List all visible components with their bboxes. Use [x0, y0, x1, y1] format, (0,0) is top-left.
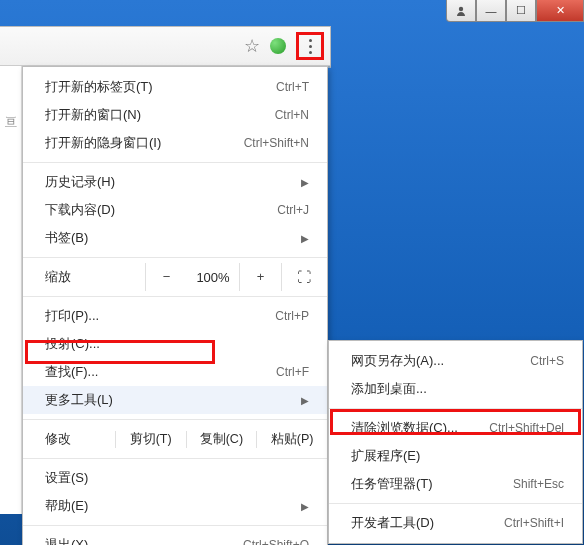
- menu-new-window[interactable]: 打开新的窗口(N) Ctrl+N: [23, 101, 327, 129]
- menu-item-accel: Shift+Esc: [513, 477, 564, 491]
- zoom-in-button[interactable]: +: [239, 263, 281, 291]
- menu-separator: [23, 296, 327, 297]
- toolbar: ☆: [0, 27, 330, 66]
- more-tools-submenu: 网页另存为(A)... Ctrl+S 添加到桌面... 清除浏览数据(C)...…: [328, 340, 583, 544]
- menu-settings[interactable]: 设置(S): [23, 464, 327, 492]
- menu-item-label: 设置(S): [45, 469, 309, 487]
- menu-item-label: 网页另存为(A)...: [351, 352, 530, 370]
- menu-more-tools[interactable]: 更多工具(L) ▶: [23, 386, 327, 414]
- submenu-dev-tools[interactable]: 开发者工具(D) Ctrl+Shift+I: [329, 509, 582, 537]
- main-menu: 打开新的标签页(T) Ctrl+T 打开新的窗口(N) Ctrl+N 打开新的隐…: [22, 66, 328, 545]
- left-strip: 亘: [0, 66, 22, 514]
- menu-item-label: 打印(P)...: [45, 307, 275, 325]
- menu-separator: [23, 419, 327, 420]
- svg-point-0: [459, 6, 463, 10]
- menu-incognito[interactable]: 打开新的隐身窗口(I) Ctrl+Shift+N: [23, 129, 327, 157]
- submenu-extensions[interactable]: 扩展程序(E): [329, 442, 582, 470]
- menu-item-accel: Ctrl+T: [276, 80, 309, 94]
- menu-item-label: 开发者工具(D): [351, 514, 504, 532]
- account-button[interactable]: [446, 0, 476, 22]
- minimize-button[interactable]: —: [476, 0, 506, 22]
- chevron-right-icon: ▶: [301, 233, 309, 244]
- menu-help[interactable]: 帮助(E) ▶: [23, 492, 327, 520]
- menu-item-accel: Ctrl+P: [275, 309, 309, 323]
- menu-item-accel: Ctrl+F: [276, 365, 309, 379]
- menu-item-label: 打开新的隐身窗口(I): [45, 134, 244, 152]
- cut-button[interactable]: 剪切(T): [116, 431, 187, 448]
- menu-print[interactable]: 打印(P)... Ctrl+P: [23, 302, 327, 330]
- menu-item-label: 任务管理器(T): [351, 475, 513, 493]
- zoom-out-button[interactable]: −: [145, 263, 187, 291]
- menu-find[interactable]: 查找(F)... Ctrl+F: [23, 358, 327, 386]
- menu-button[interactable]: [309, 39, 312, 54]
- fullscreen-button[interactable]: ⛶: [281, 263, 325, 291]
- zoom-value: 100%: [187, 270, 239, 285]
- menu-item-accel: Ctrl+Shift+I: [504, 516, 564, 530]
- browser-toolbar-area: ☆: [0, 26, 331, 68]
- menu-item-label: 更多工具(L): [45, 391, 295, 409]
- zoom-label: 缩放: [45, 268, 145, 286]
- menu-item-accel: Ctrl+Shift+Del: [489, 421, 564, 435]
- window-controls: — ☐ ✕: [446, 0, 584, 22]
- menu-item-label: 书签(B): [45, 229, 295, 247]
- menu-separator: [329, 503, 582, 504]
- menu-item-label: 扩展程序(E): [351, 447, 564, 465]
- menu-new-tab[interactable]: 打开新的标签页(T) Ctrl+T: [23, 73, 327, 101]
- menu-separator: [23, 525, 327, 526]
- menu-item-accel: Ctrl+N: [275, 108, 309, 122]
- menu-exit[interactable]: 退出(X) Ctrl+Shift+Q: [23, 531, 327, 545]
- menu-item-label: 历史记录(H): [45, 173, 295, 191]
- maximize-button[interactable]: ☐: [506, 0, 536, 22]
- copy-button[interactable]: 复制(C): [187, 431, 258, 448]
- menu-item-accel: Ctrl+Shift+Q: [243, 538, 309, 545]
- extension-icon[interactable]: [270, 38, 286, 54]
- menu-item-accel: Ctrl+S: [530, 354, 564, 368]
- menu-item-label: 帮助(E): [45, 497, 295, 515]
- menu-edit-row: 修改 剪切(T) 复制(C) 粘贴(P): [23, 425, 327, 453]
- user-icon: [455, 5, 467, 17]
- menu-separator: [23, 257, 327, 258]
- chevron-right-icon: ▶: [301, 501, 309, 512]
- menu-item-accel: Ctrl+J: [277, 203, 309, 217]
- menu-item-label: 清除浏览数据(C)...: [351, 419, 489, 437]
- bookmark-star-icon[interactable]: ☆: [244, 35, 260, 57]
- edit-label: 修改: [23, 431, 116, 448]
- submenu-save-as[interactable]: 网页另存为(A)... Ctrl+S: [329, 347, 582, 375]
- menu-downloads[interactable]: 下载内容(D) Ctrl+J: [23, 196, 327, 224]
- chevron-right-icon: ▶: [301, 395, 309, 406]
- menu-separator: [329, 408, 582, 409]
- submenu-task-manager[interactable]: 任务管理器(T) Shift+Esc: [329, 470, 582, 498]
- menu-item-label: 退出(X): [45, 536, 243, 545]
- submenu-add-desktop[interactable]: 添加到桌面...: [329, 375, 582, 403]
- menu-button-highlight: [296, 32, 324, 60]
- menu-cast[interactable]: 投射(C)...: [23, 330, 327, 358]
- submenu-clear-data[interactable]: 清除浏览数据(C)... Ctrl+Shift+Del: [329, 414, 582, 442]
- menu-item-label: 打开新的窗口(N): [45, 106, 275, 124]
- menu-item-label: 打开新的标签页(T): [45, 78, 276, 96]
- menu-separator: [23, 458, 327, 459]
- menu-item-label: 下载内容(D): [45, 201, 277, 219]
- menu-item-label: 投射(C)...: [45, 335, 309, 353]
- menu-item-label: 查找(F)...: [45, 363, 276, 381]
- chevron-right-icon: ▶: [301, 177, 309, 188]
- menu-history[interactable]: 历史记录(H) ▶: [23, 168, 327, 196]
- menu-item-label: 添加到桌面...: [351, 380, 564, 398]
- menu-bookmarks[interactable]: 书签(B) ▶: [23, 224, 327, 252]
- menu-separator: [23, 162, 327, 163]
- paste-button[interactable]: 粘贴(P): [257, 431, 327, 448]
- menu-item-accel: Ctrl+Shift+N: [244, 136, 309, 150]
- menu-zoom: 缩放 − 100% + ⛶: [23, 263, 327, 291]
- close-button[interactable]: ✕: [536, 0, 584, 22]
